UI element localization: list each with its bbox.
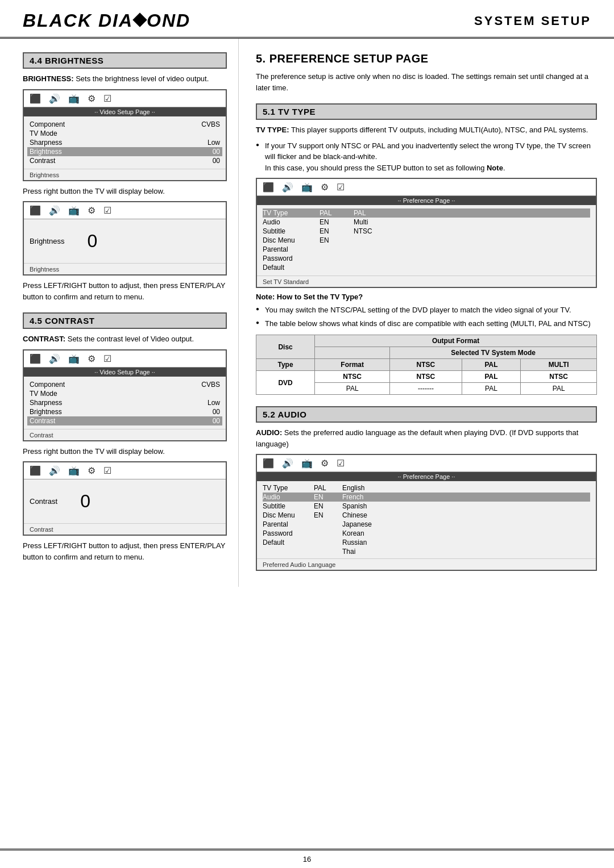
row-val: 00 <box>213 408 220 416</box>
brand-text-black: BLACK DIA <box>23 10 133 31</box>
pref-row-discmenu: Disc Menu EN <box>263 236 590 245</box>
pref-val1 <box>320 254 337 262</box>
cell-dvd: DVD <box>256 371 315 395</box>
contrast-section: 4.5 CONTRAST CONTRAST: Sets the contrast… <box>23 312 227 562</box>
tv-type-menu: ⬛ 🔊 📺 ⚙ ☑ ·· Preference Page ·· TV Type … <box>256 178 597 288</box>
header: BLACK DIAOND SYSTEM SETUP <box>0 0 614 39</box>
row-label: Sharpness <box>30 139 62 147</box>
pref-val2 <box>354 236 376 244</box>
right-column: 5. PREFERENCE SETUP PAGE The preference … <box>239 39 614 587</box>
audio-intro: AUDIO: Sets the preferred audio language… <box>256 427 597 449</box>
icon-d5: ☑ <box>103 465 111 476</box>
note-heading: Note: How to Set the TV Type? <box>256 293 597 301</box>
system-setup-title: SYSTEM SETUP <box>474 14 591 28</box>
row-label: Contrast <box>30 417 55 425</box>
contrast-menu1-caption: Contrast <box>24 429 226 440</box>
audio-val1: EN <box>314 502 331 510</box>
pref-val2 <box>354 254 376 262</box>
contrast-menu1-label: ·· Video Setup Page ·· <box>24 368 226 377</box>
pref-val1 <box>320 245 337 253</box>
contrast-menu2: ⬛ 🔊 📺 ⚙ ☑ Contrast 0 Contrast <box>23 461 227 536</box>
page-number: 16 <box>303 855 311 863</box>
pref-val2 <box>354 264 376 272</box>
contrast-big-display: Contrast 0 <box>24 479 226 523</box>
pref-label: Default <box>263 264 302 272</box>
big-value-contrast: 0 <box>80 491 90 512</box>
icon-a2: 🔊 <box>282 458 293 469</box>
tv-type-bullets: If your TV support only NTSC or PAL and … <box>256 140 597 174</box>
row-label: Component <box>30 120 65 128</box>
pref-row-parental: Parental <box>263 245 590 254</box>
audio-row-discmenu: Disc Menu EN Chinese <box>263 511 590 520</box>
pref-row-default: Default <box>263 263 590 272</box>
cell-ntsc-ntsc: NTSC <box>390 371 462 383</box>
row-val: Low <box>208 139 220 147</box>
icon-check: ☑ <box>103 93 111 104</box>
pref-val2: PAL <box>354 209 376 217</box>
content-area: 4.4 BRIGHTNESS BRIGHTNESS: Sets the brig… <box>0 39 614 587</box>
c-row-contrast-hl: Contrast 00 <box>27 416 222 425</box>
table-header-type2: Type <box>256 359 315 371</box>
preference-main-heading: 5. PREFERENCE SETUP PAGE <box>256 52 597 65</box>
contrast-menu1-content: Component CVBS TV Mode Sharpness Low <box>24 377 226 429</box>
pref-val1 <box>320 264 337 272</box>
contrast-heading: 4.5 CONTRAST <box>23 312 227 329</box>
row-val: 00 <box>213 148 220 156</box>
icon-setup: ⬛ <box>30 93 41 104</box>
icon-t2: 🔊 <box>282 182 293 193</box>
icon-d3: 📺 <box>68 465 80 476</box>
audio-menu-label: ·· Preference Page ·· <box>257 472 596 481</box>
pref-row-audio: Audio EN Multi <box>263 218 590 227</box>
icon-d1: ⬛ <box>30 465 41 476</box>
audio-row-thai: Thai <box>263 547 590 556</box>
icon-c1: ⬛ <box>30 353 41 364</box>
brightness-press2: Press LEFT/RIGHT button to adjust, then … <box>23 280 227 302</box>
audio-val1: PAL <box>314 484 331 492</box>
tv-type-intro-text: This player supports different TV output… <box>289 126 588 134</box>
audio-val2: Spanish <box>342 502 376 510</box>
brightness-menu2: ⬛ 🔊 📺 ⚙ ☑ Brightness 0 Brightness <box>23 201 227 276</box>
audio-row-parental: Parental Japanese <box>263 520 590 529</box>
row-label: Brightness <box>30 148 62 156</box>
table-header-selected: Selected TV System Mode <box>390 347 597 359</box>
row-label: Contrast <box>30 157 55 165</box>
menu-icons-row2: ⬛ 🔊 📺 ⚙ ☑ <box>24 202 226 219</box>
audio-val2: Japanese <box>342 520 376 528</box>
audio-val2: Korean <box>342 529 376 537</box>
icon-t5: ☑ <box>337 182 345 193</box>
tv-type-menu-label: ·· Preference Page ·· <box>257 196 596 205</box>
footer: 16 <box>0 849 614 868</box>
cell-ntsc-format: NTSC <box>315 371 390 383</box>
audio-row-audio: Audio EN French <box>263 493 590 502</box>
brightness-heading: 4.4 BRIGHTNESS <box>23 52 227 69</box>
icon-c4: ⚙ <box>88 353 96 364</box>
table-header-format: Format <box>315 359 390 371</box>
cell-pal-multi: PAL <box>521 383 597 395</box>
audio-row-password: Password Korean <box>263 529 590 538</box>
row-val: 00 <box>213 417 220 425</box>
pref-label: Audio <box>263 218 302 226</box>
audio-val2: English <box>342 484 376 492</box>
pref-row-tvtype: TV Type PAL PAL <box>263 208 590 218</box>
contrast-bold: CONTRAST: <box>23 335 65 343</box>
disc-table: Disc Output Format Selected TV System Mo… <box>256 335 597 395</box>
pref-val1: PAL <box>320 209 337 217</box>
table-header-output: Output Format <box>315 335 597 347</box>
audio-label: Subtitle <box>263 502 302 510</box>
brightness-intro-text: Sets the brightness level of video outpu… <box>74 74 209 83</box>
pref-val1: EN <box>320 218 337 226</box>
icon-t3: 📺 <box>301 182 313 193</box>
icon-c2: 🔊 <box>49 353 60 364</box>
page: BLACK DIAOND SYSTEM SETUP 4.4 BRIGHTNESS… <box>0 0 614 868</box>
contrast-intro-text: Sets the contrast level of Video output. <box>65 335 194 343</box>
table-header-pal: PAL <box>462 359 521 371</box>
audio-val1 <box>314 520 331 528</box>
big-label-contrast: Contrast <box>30 497 57 506</box>
brightness-big-display: Brightness 0 <box>24 219 226 263</box>
audio-section: 5.2 AUDIO AUDIO: Sets the preferred audi… <box>256 406 597 571</box>
audio-val1 <box>314 529 331 537</box>
note-bullet-1: You may switch the NTSC/PAL setting of t… <box>256 304 597 316</box>
big-label-brightness: Brightness <box>30 237 64 245</box>
row-val: CVBS <box>201 120 220 128</box>
cell-ntsc-pal: PAL <box>462 371 521 383</box>
